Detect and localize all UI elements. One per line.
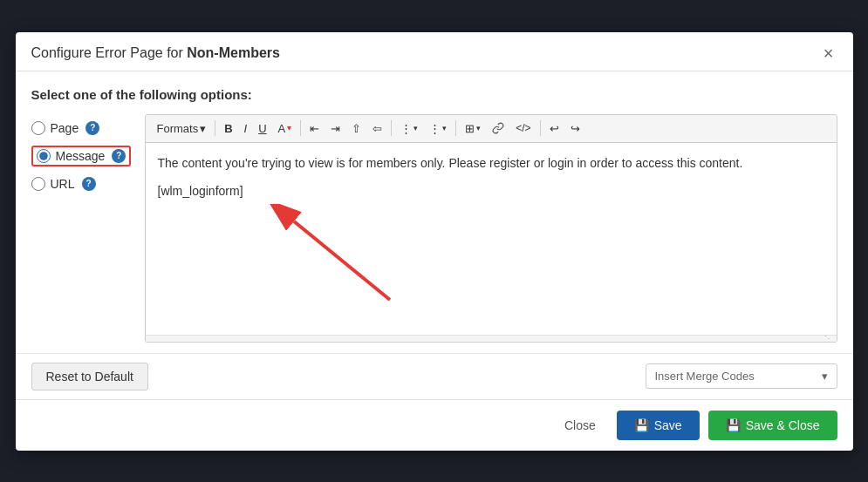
toolbar-separator-2 bbox=[300, 120, 301, 136]
save-button[interactable]: 💾 Save bbox=[617, 411, 700, 440]
toolbar-separator-1 bbox=[215, 120, 215, 136]
modal-actions-row: Reset to Default Insert Merge Codes ▾ bbox=[16, 353, 853, 399]
svg-line-1 bbox=[294, 221, 390, 300]
modal-header: Configure Error Page for Non-Members × bbox=[16, 32, 853, 71]
annotation-arrow bbox=[268, 204, 416, 309]
close-icon[interactable]: × bbox=[820, 44, 837, 62]
formats-label: Formats bbox=[157, 122, 199, 135]
modal-body: Select one of the following options: Pag… bbox=[16, 71, 853, 353]
save-icon: 💾 bbox=[634, 418, 649, 432]
italic-label: I bbox=[244, 123, 248, 134]
resize-dots-icon: ⋱ bbox=[824, 334, 833, 343]
radio-page-label[interactable]: Page bbox=[51, 121, 79, 135]
toolbar-list-ordered-btn[interactable]: ⋮▾ bbox=[396, 120, 422, 137]
close-button[interactable]: Close bbox=[552, 411, 608, 439]
chevron-down-icon: ▾ bbox=[822, 370, 828, 383]
modal-dialog: Configure Error Page for Non-Members × S… bbox=[16, 32, 853, 451]
editor-text-line1: The content you're trying to view is for… bbox=[158, 153, 824, 173]
radio-message-label[interactable]: Message bbox=[56, 149, 106, 163]
options-area: Page ? Message ? URL bbox=[31, 114, 837, 343]
modal-overlay: Configure Error Page for Non-Members × S… bbox=[0, 0, 868, 482]
chevron-down-icon: ▾ bbox=[200, 122, 206, 135]
radio-page[interactable] bbox=[31, 121, 45, 135]
toolbar-separator-3 bbox=[391, 120, 392, 136]
toolbar-align-left-btn[interactable]: ⇤ bbox=[305, 120, 324, 137]
radio-url[interactable] bbox=[31, 177, 45, 191]
toolbar-redo-btn[interactable]: ↪ bbox=[566, 120, 584, 137]
toolbar-separator-4 bbox=[455, 120, 456, 136]
option-url: URL ? bbox=[31, 177, 145, 191]
modal-title: Configure Error Page for Non-Members bbox=[31, 45, 280, 61]
modal-title-prefix: Configure Error Page for bbox=[31, 45, 188, 60]
merge-codes-label: Insert Merge Codes bbox=[655, 370, 755, 383]
save-label: Save bbox=[654, 418, 682, 432]
modal-footer: Close 💾 Save 💾 Save & Close bbox=[16, 399, 853, 451]
merge-codes-dropdown[interactable]: Insert Merge Codes ▾ bbox=[646, 363, 837, 389]
help-icon-page[interactable]: ? bbox=[85, 121, 99, 135]
radio-message[interactable] bbox=[37, 149, 51, 163]
toolbar-separator-5 bbox=[540, 120, 541, 136]
editor-toolbar: Formats ▾ B I U A▾ ⇤ ⇥ ⇧ ⇦ bbox=[146, 115, 837, 143]
modal-title-bold: Non-Members bbox=[187, 45, 280, 60]
toolbar-align-justify-btn[interactable]: ⇦ bbox=[368, 120, 386, 137]
toolbar-align-center-btn[interactable]: ⇥ bbox=[326, 120, 345, 137]
editor-area: Formats ▾ B I U A▾ ⇤ ⇥ ⇧ ⇦ bbox=[145, 114, 837, 343]
help-icon-url[interactable]: ? bbox=[82, 177, 96, 191]
toolbar-italic-btn[interactable]: I bbox=[240, 120, 252, 137]
selected-radio-box: Message ? bbox=[31, 146, 132, 166]
radio-group: Page ? Message ? URL bbox=[31, 114, 145, 191]
help-icon-message[interactable]: ? bbox=[112, 149, 126, 163]
toolbar-list-unordered-btn[interactable]: ⋮▾ bbox=[425, 120, 451, 137]
toolbar-table-btn[interactable]: ⊞▾ bbox=[461, 120, 485, 137]
toolbar-align-right-btn[interactable]: ⇧ bbox=[347, 120, 366, 137]
section-label: Select one of the following options: bbox=[31, 87, 837, 102]
toolbar-bold-btn[interactable]: B bbox=[220, 120, 236, 137]
editor-resize-handle[interactable]: ⋱ bbox=[146, 335, 837, 342]
radio-url-label[interactable]: URL bbox=[51, 177, 75, 191]
save-close-label: Save & Close bbox=[746, 418, 820, 432]
toolbar-undo-btn[interactable]: ↩ bbox=[545, 120, 564, 137]
toolbar-underline-btn[interactable]: U bbox=[254, 120, 270, 137]
save-and-close-button[interactable]: 💾 Save & Close bbox=[708, 411, 837, 440]
editor-shortcode: [wlm_loginform] bbox=[158, 181, 824, 200]
save-close-icon: 💾 bbox=[726, 418, 741, 432]
option-message: Message ? bbox=[31, 146, 145, 166]
toolbar-link-btn[interactable] bbox=[488, 119, 509, 137]
reset-to-default-button[interactable]: Reset to Default bbox=[31, 363, 148, 390]
toolbar-code-btn[interactable]: </> bbox=[511, 120, 535, 136]
option-page: Page ? bbox=[31, 121, 145, 135]
bold-label: B bbox=[224, 123, 232, 134]
toolbar-text-color-btn[interactable]: A▾ bbox=[274, 120, 297, 137]
editor-content[interactable]: The content you're trying to view is for… bbox=[146, 143, 837, 335]
toolbar-formats-btn[interactable]: Formats ▾ bbox=[153, 119, 211, 138]
